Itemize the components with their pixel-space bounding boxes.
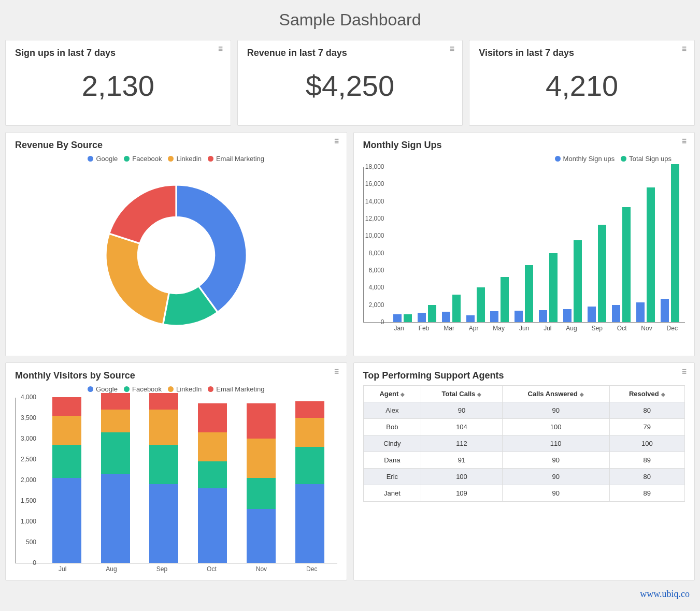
bar-group[interactable] xyxy=(515,265,533,322)
card-menu-icon[interactable]: ━━━ xyxy=(219,47,222,52)
bar-seg[interactable] xyxy=(295,447,324,484)
bar-total[interactable] xyxy=(477,287,485,322)
legend-item[interactable]: Email Marketing xyxy=(208,385,264,393)
sort-icon[interactable]: ◆ xyxy=(580,391,584,397)
bar-seg[interactable] xyxy=(295,401,324,418)
bar-seg[interactable] xyxy=(149,410,178,445)
bar-monthly[interactable] xyxy=(612,305,620,322)
bar-group[interactable] xyxy=(539,253,558,322)
bar-seg[interactable] xyxy=(198,461,227,488)
y-tick: 1,500 xyxy=(21,497,36,504)
legend-item[interactable]: Facebook xyxy=(124,155,162,163)
bar-seg[interactable] xyxy=(198,488,227,563)
x-tick: Jul xyxy=(544,325,551,332)
bar-total[interactable] xyxy=(598,225,606,322)
bar-group[interactable] xyxy=(588,225,606,322)
bar-monthly[interactable] xyxy=(466,315,475,322)
bar-total[interactable] xyxy=(428,305,436,322)
bar-monthly[interactable] xyxy=(636,302,645,322)
legend-item[interactable]: Linkedin xyxy=(168,155,201,163)
bar-seg[interactable] xyxy=(198,403,227,432)
card-menu-icon[interactable]: ━━━ xyxy=(450,47,454,52)
bar-total[interactable] xyxy=(525,265,533,322)
legend-item[interactable]: Total Sign ups xyxy=(621,155,672,163)
table-header[interactable]: Calls Answered◆ xyxy=(502,386,609,402)
bar-monthly[interactable] xyxy=(661,299,669,322)
bar-seg[interactable] xyxy=(247,509,276,563)
table-header[interactable]: Resolved◆ xyxy=(609,386,684,402)
bar-total[interactable] xyxy=(574,240,582,322)
bar-group[interactable] xyxy=(295,401,324,563)
bar-total[interactable] xyxy=(452,295,461,322)
bar-group[interactable] xyxy=(52,397,81,563)
bar-seg[interactable] xyxy=(149,393,178,410)
bar-monthly[interactable] xyxy=(563,309,572,322)
bar-seg[interactable] xyxy=(52,445,81,478)
legend-item[interactable]: LinkedIn xyxy=(168,385,202,393)
bar-group[interactable] xyxy=(393,314,412,322)
table-cell: Janet xyxy=(363,485,421,502)
bar-seg[interactable] xyxy=(247,439,276,478)
card-menu-icon[interactable]: ━━━ xyxy=(335,369,338,375)
bar-group[interactable] xyxy=(612,207,631,322)
bar-seg[interactable] xyxy=(295,418,324,447)
bar-seg[interactable] xyxy=(101,432,130,474)
x-tick: Aug xyxy=(566,325,577,332)
bar-seg[interactable] xyxy=(101,410,130,432)
bar-seg[interactable] xyxy=(52,397,81,416)
table-header[interactable]: Total Calls◆ xyxy=(421,386,502,402)
sort-icon[interactable]: ◆ xyxy=(401,391,405,397)
bar-monthly[interactable] xyxy=(515,311,523,323)
card-menu-icon[interactable]: ━━━ xyxy=(682,139,686,144)
legend-item[interactable]: Google xyxy=(88,155,118,163)
donut-slice[interactable] xyxy=(109,185,176,243)
bar-total[interactable] xyxy=(671,164,679,322)
table-cell: 104 xyxy=(421,419,502,435)
bar-seg[interactable] xyxy=(295,484,324,563)
x-tick: Sep xyxy=(592,325,603,332)
sort-icon[interactable]: ◆ xyxy=(477,391,481,397)
bar-seg[interactable] xyxy=(52,478,81,563)
bar-seg[interactable] xyxy=(149,484,178,563)
card-menu-icon[interactable]: ━━━ xyxy=(335,139,338,144)
bar-seg[interactable] xyxy=(101,474,130,563)
bar-group[interactable] xyxy=(149,393,178,563)
bar-group[interactable] xyxy=(442,295,461,322)
bar-group[interactable] xyxy=(636,187,655,322)
bar-group[interactable] xyxy=(490,277,509,323)
sort-icon[interactable]: ◆ xyxy=(661,391,665,397)
bar-monthly[interactable] xyxy=(393,314,402,322)
bar-monthly[interactable] xyxy=(442,312,450,322)
bar-seg[interactable] xyxy=(149,445,178,484)
card-menu-icon[interactable]: ━━━ xyxy=(682,369,686,375)
bar-total[interactable] xyxy=(501,277,509,323)
bar-total[interactable] xyxy=(622,207,631,322)
table-header[interactable]: Agent◆ xyxy=(363,386,421,402)
bar-monthly[interactable] xyxy=(588,307,596,322)
bar-monthly[interactable] xyxy=(418,313,426,322)
bar-total[interactable] xyxy=(647,187,655,322)
bar-group[interactable] xyxy=(661,164,679,322)
card-menu-icon[interactable]: ━━━ xyxy=(682,47,686,52)
legend-item[interactable]: Monthly Sign ups xyxy=(555,155,615,163)
bar-seg[interactable] xyxy=(247,403,276,439)
table-cell: Dana xyxy=(363,452,421,469)
bar-group[interactable] xyxy=(247,403,276,563)
bar-seg[interactable] xyxy=(101,393,130,410)
bar-total[interactable] xyxy=(549,253,558,322)
legend-item[interactable]: Google xyxy=(88,385,118,393)
bar-group[interactable] xyxy=(101,393,130,563)
donut-slice[interactable] xyxy=(106,234,169,325)
legend-item[interactable]: Email Marketing xyxy=(208,155,264,163)
bar-seg[interactable] xyxy=(198,432,227,461)
legend-item[interactable]: Facebook xyxy=(124,385,162,393)
bar-monthly[interactable] xyxy=(539,310,547,322)
bar-seg[interactable] xyxy=(52,416,81,445)
bar-total[interactable] xyxy=(404,314,412,322)
bar-group[interactable] xyxy=(563,240,582,322)
bar-group[interactable] xyxy=(198,403,227,563)
bar-group[interactable] xyxy=(466,287,485,322)
bar-monthly[interactable] xyxy=(490,311,498,322)
bar-seg[interactable] xyxy=(247,478,276,509)
bar-group[interactable] xyxy=(418,305,436,322)
